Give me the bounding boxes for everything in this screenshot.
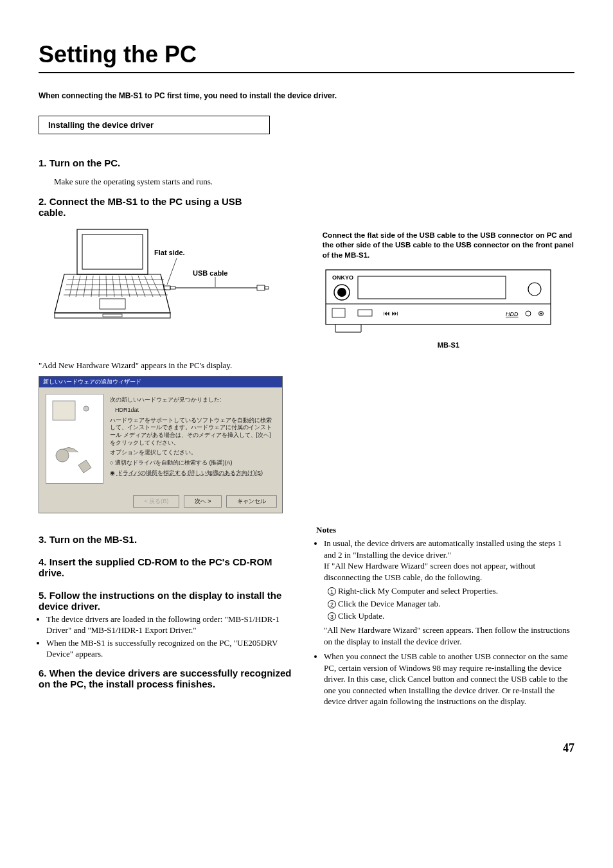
wizard-opt1: ○ 適切なドライバを自動的に検索する (推奨)(A) [110, 459, 276, 467]
svg-line-12 [106, 276, 107, 297]
svg-rect-37 [358, 310, 372, 316]
svg-rect-43 [53, 401, 75, 420]
mbs1-illustration: ONKYO ⏮ ⏭ HDD [323, 267, 554, 337]
svg-rect-1 [82, 235, 143, 269]
svg-rect-22 [103, 314, 122, 317]
hdd-label: HDD [506, 311, 519, 317]
note-1-sub-1: 1Right-click My Computer and select Prop… [328, 585, 574, 597]
note-1-sub-2: 2Click the Device Manager tab. [328, 598, 574, 610]
wizard-sidebar-image [46, 394, 103, 484]
note-2: When you connect the USB cable to anothe… [324, 651, 574, 707]
svg-line-17 [138, 276, 145, 297]
step-4-heading: 4. Insert the supplied CD-ROM to the PC'… [39, 556, 297, 578]
svg-line-28 [167, 258, 177, 285]
figure-laptop: Flat side. USB cable [39, 223, 303, 332]
step-2-heading: 2. Connect the MB-S1 to the PC using a U… [39, 196, 270, 218]
svg-rect-34 [358, 276, 506, 299]
svg-rect-20 [100, 299, 125, 309]
onkyo-label: ONKYO [332, 274, 353, 281]
wizard-opt2: ◉ ドライバの場所を指定する (詳しい知識のある方向け)(S) [110, 470, 276, 477]
note-1-sub-3: 3Click Update. [328, 610, 574, 622]
page-title: Setting the PC [39, 41, 574, 73]
svg-point-42 [540, 313, 542, 315]
svg-rect-36 [332, 308, 345, 317]
wizard-line4: オプションを選択してください。 [110, 449, 276, 457]
page-number: 47 [39, 741, 574, 755]
svg-rect-24 [170, 287, 175, 289]
svg-point-40 [526, 311, 531, 316]
label-flat-side: Flat side. [154, 249, 185, 256]
wizard-cancel-button[interactable]: キャンセル [226, 495, 277, 508]
step-2-after: "Add New Hardware Wizard" appears in the… [39, 360, 574, 371]
svg-line-15 [125, 276, 130, 297]
label-usb-cable: USB cable [193, 269, 227, 277]
svg-line-9 [84, 276, 87, 297]
svg-line-19 [151, 276, 161, 297]
step-5-bullet-1: The device drivers are loaded in the fol… [46, 614, 297, 636]
svg-point-35 [528, 283, 541, 296]
wizard-window: 新しいハードウェアの追加ウィザード 次の新しいハードウェアが見つかりました: H… [39, 376, 283, 513]
svg-line-11 [99, 276, 100, 297]
note-1: In usual, the device drivers are automat… [324, 538, 574, 647]
svg-text:⏮: ⏮ [384, 310, 390, 317]
step-1-heading: 1. Turn on the PC. [39, 157, 574, 168]
svg-line-16 [132, 276, 138, 297]
step-5-bullet-2: When the MB-S1 is successfully recognize… [46, 638, 297, 660]
wizard-next-button[interactable]: 次へ > [184, 495, 222, 508]
step-3-heading: 3. Turn on the MB-S1. [39, 534, 297, 545]
laptop-illustration [39, 223, 283, 332]
svg-point-45 [56, 449, 69, 462]
svg-rect-27 [265, 287, 269, 289]
wizard-line1: 次の新しいハードウェアが見つかりました: [110, 396, 276, 404]
wizard-line3: ハードウェアをサポートしているソフトウェアを自動的に検索して、インストールできま… [110, 417, 276, 447]
svg-line-14 [119, 276, 122, 297]
mbs1-caption: MB-S1 [323, 341, 574, 349]
svg-rect-21 [55, 313, 170, 318]
wizard-titlebar: 新しいハードウェアの追加ウィザード [39, 376, 282, 387]
svg-line-13 [112, 276, 114, 297]
svg-rect-26 [257, 285, 265, 290]
step-6-heading: 6. When the device drivers are successfu… [39, 668, 297, 689]
step-2-right-note: Connect the flat side of the USB cable t… [323, 231, 574, 261]
svg-line-10 [91, 276, 93, 297]
svg-line-7 [69, 276, 74, 297]
notes-heading: Notes [316, 525, 574, 535]
step-1-sub: Make sure the operating system starts an… [54, 177, 574, 187]
svg-point-33 [337, 288, 346, 297]
svg-rect-0 [77, 229, 148, 274]
step-5-heading: 5. Follow the instructions on the displa… [39, 590, 297, 612]
wizard-line2: HDR1dat [115, 407, 276, 414]
intro-text: When connecting the MB-S1 to PC first ti… [39, 91, 574, 100]
svg-line-18 [145, 276, 153, 297]
svg-point-44 [84, 406, 89, 411]
svg-line-8 [76, 276, 80, 297]
svg-rect-23 [164, 286, 170, 290]
wizard-back-button[interactable]: < 戻る(B) [133, 495, 179, 508]
section-heading-box: Installing the device driver [39, 116, 270, 134]
svg-text:⏭: ⏭ [392, 310, 398, 317]
